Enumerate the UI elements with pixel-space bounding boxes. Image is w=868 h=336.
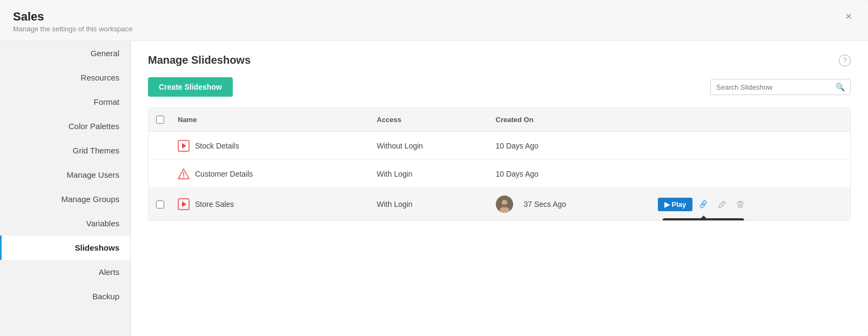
row3-access: With Login bbox=[371, 198, 489, 211]
row-actions: ▶ Play bbox=[658, 197, 748, 212]
play-label: Play bbox=[672, 200, 687, 209]
modal-header: Sales Manage the settings of this worksp… bbox=[0, 0, 868, 41]
col-name: Name bbox=[171, 113, 371, 126]
select-all-checkbox[interactable] bbox=[156, 116, 164, 124]
table-header: Name Access Created On bbox=[149, 108, 850, 132]
row1-created-text: 10 Days Ago bbox=[496, 142, 539, 150]
slideshows-table: Name Access Created On bbox=[148, 107, 851, 221]
row2-created-text: 10 Days Ago bbox=[496, 170, 539, 178]
publish-embed-tooltip: Get Publish/Embed URL bbox=[663, 218, 744, 221]
sidebar-item-format[interactable]: Format bbox=[0, 90, 130, 114]
svg-point-4 bbox=[183, 177, 184, 178]
col-access: Access bbox=[371, 113, 489, 126]
row2-actions bbox=[651, 172, 851, 176]
row2-access: With Login bbox=[371, 167, 489, 180]
play-triangle-icon: ▶ bbox=[664, 200, 670, 209]
page-header: Manage Slideshows ? bbox=[148, 54, 851, 66]
table-row: Store Sales With Login bbox=[149, 188, 850, 220]
header-checkbox-cell bbox=[149, 113, 171, 126]
table-row: Stock Details Without Login 10 Days Ago bbox=[149, 132, 850, 160]
sidebar-item-slideshows[interactable]: Slideshows bbox=[0, 236, 130, 260]
svg-marker-1 bbox=[182, 143, 186, 149]
svg-rect-11 bbox=[737, 202, 744, 203]
row1-created: 10 Days Ago bbox=[489, 139, 651, 152]
search-box: 🔍 bbox=[710, 79, 851, 95]
search-input[interactable] bbox=[716, 83, 833, 91]
row2-name: Customer Details bbox=[171, 166, 371, 182]
row1-actions bbox=[651, 144, 851, 148]
col-actions bbox=[651, 113, 851, 126]
create-slideshow-button[interactable]: Create Slideshow bbox=[148, 77, 233, 97]
sidebar-item-alerts[interactable]: Alerts bbox=[0, 260, 130, 284]
publish-embed-button[interactable] bbox=[696, 197, 711, 212]
row3-created-text: 37 Secs Ago bbox=[524, 200, 567, 209]
row3-created: 37 Secs Ago bbox=[489, 193, 651, 215]
help-icon[interactable]: ? bbox=[839, 55, 851, 66]
row1-name: Stock Details bbox=[171, 138, 371, 154]
toolbar: Create Slideshow 🔍 bbox=[148, 77, 851, 97]
row3-actions: ▶ Play bbox=[651, 194, 851, 214]
search-icon: 🔍 bbox=[836, 83, 845, 91]
svg-point-10 bbox=[502, 204, 507, 207]
modal-subtitle: Manage the settings of this workspace bbox=[13, 25, 132, 33]
delete-button[interactable] bbox=[732, 197, 748, 212]
row1-access: Without Login bbox=[371, 139, 489, 152]
slideshow-play-icon bbox=[178, 140, 190, 152]
svg-marker-6 bbox=[182, 201, 186, 207]
row3-checkbox-cell bbox=[149, 200, 171, 209]
table-row: Customer Details With Login 10 Days Ago bbox=[149, 160, 850, 188]
modal-title-block: Sales Manage the settings of this worksp… bbox=[13, 10, 132, 33]
close-button[interactable]: × bbox=[842, 10, 855, 23]
sidebar-item-resources[interactable]: Resources bbox=[0, 65, 130, 90]
slideshow-play-icon-2 bbox=[178, 198, 190, 210]
modal-body: General Resources Format Color Palettes … bbox=[0, 41, 868, 336]
sidebar-item-color-palettes[interactable]: Color Palettes bbox=[0, 114, 130, 138]
sidebar-item-backup[interactable]: Backup bbox=[0, 284, 130, 308]
play-button[interactable]: ▶ Play bbox=[658, 198, 693, 211]
sidebar-item-manage-groups[interactable]: Manage Groups bbox=[0, 187, 130, 211]
row2-name-text: Customer Details bbox=[195, 170, 253, 178]
sidebar-item-manage-users[interactable]: Manage Users bbox=[0, 163, 130, 187]
row1-name-text: Stock Details bbox=[195, 142, 239, 150]
slideshow-triangle-icon bbox=[178, 168, 190, 180]
publish-embed-wrapper: Get Publish/Embed URL bbox=[696, 197, 711, 212]
main-content: Manage Slideshows ? Create Slideshow 🔍 bbox=[131, 41, 868, 336]
sidebar-item-grid-themes[interactable]: Grid Themes bbox=[0, 138, 130, 163]
settings-modal: Sales Manage the settings of this worksp… bbox=[0, 0, 868, 336]
modal-title: Sales bbox=[13, 10, 132, 24]
col-created-on: Created On bbox=[489, 113, 651, 126]
sidebar: General Resources Format Color Palettes … bbox=[0, 41, 131, 336]
edit-button[interactable] bbox=[714, 197, 729, 212]
page-title: Manage Slideshows bbox=[148, 54, 251, 66]
row2-created: 10 Days Ago bbox=[489, 167, 651, 180]
row3-checkbox[interactable] bbox=[156, 200, 164, 209]
row3-name-text: Store Sales bbox=[195, 200, 234, 209]
sidebar-item-general[interactable]: General bbox=[0, 41, 130, 65]
row3-name: Store Sales bbox=[171, 196, 371, 212]
sidebar-item-variables[interactable]: Variables bbox=[0, 211, 130, 236]
avatar bbox=[496, 196, 513, 213]
